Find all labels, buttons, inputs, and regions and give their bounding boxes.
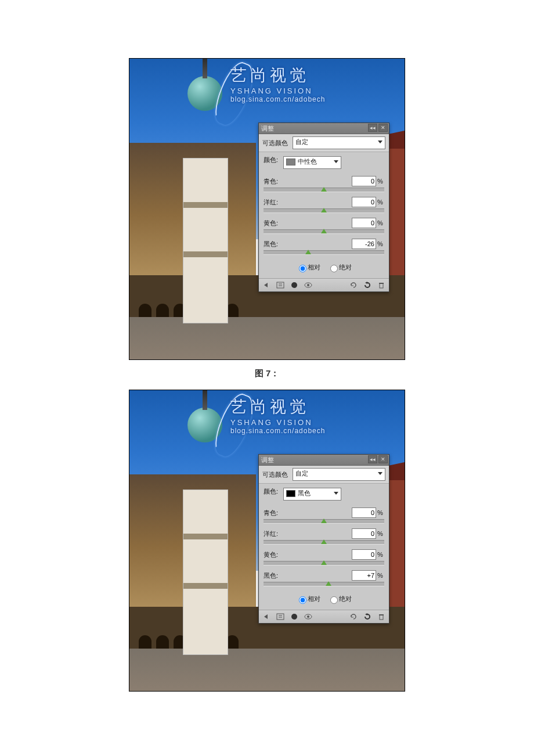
- panel-footer: [259, 278, 389, 291]
- svg-rect-10: [380, 615, 383, 620]
- color-name: 黑色: [298, 489, 311, 496]
- cyan-track[interactable]: [264, 188, 384, 192]
- percent-label: %: [376, 530, 384, 537]
- color-select[interactable]: 中性色: [283, 156, 341, 169]
- panel-type-label: 可选颜色: [262, 470, 293, 479]
- adjustments-panel: 调整 ◂◂ ✕ 可选颜色 自定 颜色: 中性色: [258, 123, 389, 292]
- svg-rect-0: [277, 282, 284, 288]
- eye-icon[interactable]: [303, 612, 313, 621]
- svg-rect-5: [379, 283, 384, 284]
- black-input[interactable]: [352, 239, 376, 249]
- panel-titlebar-icons: ◂◂ ✕: [368, 124, 388, 132]
- color-swatch: [286, 490, 295, 497]
- slider-thumb-icon[interactable]: [321, 208, 327, 213]
- yellow-track[interactable]: [264, 229, 384, 234]
- magenta-track[interactable]: [264, 208, 384, 213]
- previous-state-icon[interactable]: [348, 612, 359, 621]
- cyan-label: 青色:: [264, 509, 352, 517]
- black-input[interactable]: [352, 570, 376, 581]
- radio-relative[interactable]: 相对: [296, 595, 320, 602]
- yellow-slider: 黄色: %: [264, 218, 384, 234]
- tower-spire: [203, 58, 207, 78]
- radio-relative[interactable]: 相对: [296, 264, 320, 271]
- color-name: 中性色: [298, 158, 317, 165]
- panel-title: 调整: [261, 124, 274, 133]
- photo-ground: [129, 649, 405, 691]
- watermark: 艺尚视觉 YSHANG VISION blog.sina.com.cn/adob…: [230, 64, 325, 103]
- yellow-input[interactable]: [352, 218, 376, 228]
- cyan-input[interactable]: [352, 507, 376, 518]
- black-slider: 黑色: %: [264, 570, 384, 586]
- trash-icon[interactable]: [376, 280, 387, 290]
- back-arrow-icon[interactable]: [261, 280, 272, 290]
- slider-thumb-icon[interactable]: [321, 539, 327, 544]
- trash-icon[interactable]: [376, 612, 387, 621]
- cyan-track[interactable]: [264, 519, 384, 524]
- percent-label: %: [376, 178, 384, 185]
- slider-thumb-icon[interactable]: [321, 187, 327, 192]
- yellow-track[interactable]: [264, 561, 384, 566]
- magenta-slider: 洋红: %: [264, 528, 384, 545]
- cyan-input[interactable]: [352, 176, 376, 186]
- percent-label: %: [376, 219, 384, 226]
- panel-type-row: 可选颜色 自定: [259, 466, 389, 484]
- cyan-slider: 青色: %: [264, 507, 384, 524]
- preset-select[interactable]: 自定: [293, 136, 385, 149]
- svg-rect-11: [379, 614, 384, 615]
- panel-footer: [259, 610, 389, 623]
- radio-absolute[interactable]: 绝对: [327, 264, 352, 271]
- panel-titlebar[interactable]: 调整 ◂◂ ✕: [259, 455, 389, 466]
- radio-relative-input[interactable]: [299, 265, 306, 272]
- yellow-input[interactable]: [352, 549, 376, 560]
- magenta-input[interactable]: [352, 197, 376, 207]
- method-radio-group: 相对 绝对: [264, 591, 384, 604]
- black-track[interactable]: [264, 250, 384, 255]
- black-track[interactable]: [264, 582, 384, 586]
- panel-type-row: 可选颜色 自定: [259, 134, 389, 152]
- tower-band: [183, 534, 228, 539]
- slider-thumb-icon[interactable]: [321, 560, 327, 565]
- reset-icon[interactable]: [362, 612, 373, 621]
- slider-thumb-icon[interactable]: [321, 229, 327, 233]
- back-arrow-icon[interactable]: [261, 612, 272, 621]
- slider-thumb-icon[interactable]: [305, 250, 311, 254]
- method-radio-group: 相对 绝对: [264, 260, 384, 272]
- black-label: 黑色:: [264, 240, 352, 249]
- percent-label: %: [376, 509, 384, 516]
- percent-label: %: [376, 240, 384, 247]
- watermark-cn: 艺尚视觉: [230, 64, 325, 87]
- magenta-label: 洋红:: [264, 530, 352, 538]
- expand-view-icon[interactable]: [275, 280, 286, 290]
- previous-state-icon[interactable]: [348, 280, 359, 290]
- collapse-icon[interactable]: ◂◂: [368, 124, 377, 132]
- slider-thumb-icon[interactable]: [321, 519, 327, 523]
- color-select[interactable]: 黑色: [283, 488, 341, 501]
- clip-layer-icon[interactable]: [289, 280, 300, 290]
- radio-relative-input[interactable]: [299, 596, 306, 604]
- panel-titlebar[interactable]: 调整 ◂◂ ✕: [259, 123, 389, 134]
- clip-layer-icon[interactable]: [289, 612, 300, 621]
- radio-absolute-input[interactable]: [330, 265, 338, 272]
- adjustments-panel: 调整 ◂◂ ✕ 可选颜色 自定 颜色: 黑色: [258, 454, 389, 624]
- svg-point-1: [291, 282, 297, 288]
- eye-icon[interactable]: [303, 280, 313, 290]
- close-icon[interactable]: ✕: [378, 124, 388, 132]
- chevron-down-icon: [378, 472, 383, 475]
- collapse-icon[interactable]: ◂◂: [368, 455, 377, 463]
- svg-rect-4: [380, 283, 383, 288]
- reset-icon[interactable]: [362, 280, 373, 290]
- expand-view-icon[interactable]: [275, 612, 286, 621]
- radio-absolute[interactable]: 绝对: [327, 595, 352, 602]
- magenta-input[interactable]: [352, 528, 376, 539]
- magenta-track[interactable]: [264, 540, 384, 545]
- cyan-label: 青色:: [264, 177, 352, 186]
- close-icon[interactable]: ✕: [378, 455, 388, 463]
- figure-1: 艺尚视觉 YSHANG VISION blog.sina.com.cn/adob…: [129, 58, 405, 360]
- tower-band: [183, 583, 228, 589]
- preset-select[interactable]: 自定: [293, 468, 385, 481]
- yellow-slider: 黄色: %: [264, 549, 384, 566]
- svg-point-9: [307, 615, 309, 618]
- radio-absolute-input[interactable]: [330, 596, 338, 604]
- slider-thumb-icon[interactable]: [326, 581, 331, 586]
- watermark-url: blog.sina.com.cn/adobech: [230, 95, 325, 103]
